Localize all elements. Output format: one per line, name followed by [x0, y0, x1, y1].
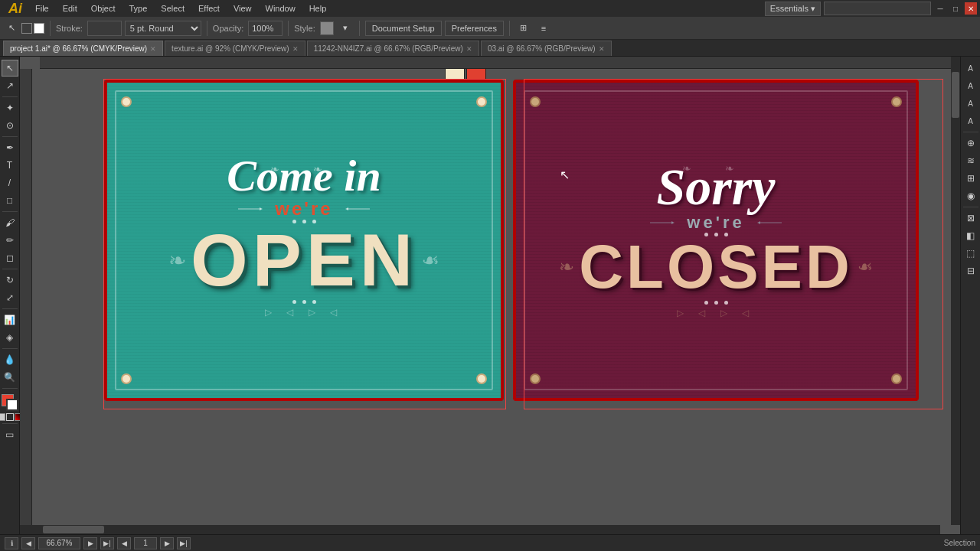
eyedropper-tool[interactable]: 💧: [2, 351, 18, 368]
selection-tool[interactable]: ↖: [2, 60, 18, 77]
workspace-switcher[interactable]: Essentials ▾: [765, 2, 821, 16]
menu-effect[interactable]: Effect: [192, 2, 226, 15]
maximize-button[interactable]: □: [949, 2, 962, 15]
tool-sep-2: [2, 136, 18, 137]
graph-tool[interactable]: 📊: [2, 311, 18, 328]
status-page-next-btn[interactable]: ▶: [83, 537, 97, 549]
h-scrollbar[interactable]: [20, 525, 940, 534]
tool-sep-6: [2, 348, 18, 349]
right-panel-btn-9[interactable]: ⊠: [962, 210, 979, 227]
right-panel-btn-8[interactable]: ◉: [962, 187, 979, 204]
menu-edit[interactable]: Edit: [57, 2, 83, 15]
v-scroll-thumb[interactable]: [952, 72, 959, 118]
page-play-btn[interactable]: ▶: [160, 537, 174, 549]
sep-2: [207, 21, 207, 36]
arrange-btn[interactable]: ⊞: [515, 20, 532, 37]
page-input[interactable]: [134, 537, 157, 549]
open-corner-tr: [476, 96, 487, 107]
stroke-select[interactable]: 5 pt. Round: [125, 21, 201, 36]
magic-wand-tool[interactable]: ✦: [2, 99, 18, 116]
h-scroll-thumb[interactable]: [43, 526, 104, 533]
paintbrush-tool[interactable]: 🖌: [2, 214, 18, 231]
pen-tool[interactable]: ✒: [2, 139, 18, 156]
style-dropdown[interactable]: ▾: [337, 20, 354, 37]
tool-sep-7: [2, 388, 18, 389]
direct-selection-tool[interactable]: ↗: [2, 77, 18, 94]
status-page-prev-btn[interactable]: ◀: [21, 537, 35, 549]
v-scrollbar[interactable]: [951, 57, 960, 525]
preferences-button[interactable]: Preferences: [445, 21, 504, 36]
tab-1[interactable]: texture.ai @ 92% (CMYK/Preview) ✕: [165, 41, 305, 56]
line-tool[interactable]: /: [2, 174, 18, 191]
right-panel-btn-7[interactable]: ⊞: [962, 170, 979, 187]
minimize-button[interactable]: ─: [934, 2, 946, 15]
menu-view[interactable]: View: [227, 2, 258, 15]
right-panel: A A A A ⊕ ≋ ⊞ ◉ ⊠ ◧ ⬚ ⊟: [960, 57, 980, 534]
closed-corner-tr: [891, 96, 902, 107]
right-sep-2: [963, 207, 978, 207]
menu-object[interactable]: Object: [85, 2, 122, 15]
right-panel-btn-6[interactable]: ≋: [962, 152, 979, 169]
menu-right: Essentials ▾ ─ □ ✕: [765, 2, 977, 16]
tab-3[interactable]: 03.ai @ 66.67% (RGB/Preview) ✕: [481, 41, 612, 56]
document-setup-button[interactable]: Document Setup: [365, 21, 442, 36]
right-panel-btn-4[interactable]: A: [962, 112, 979, 129]
right-panel-btn-1[interactable]: A: [962, 60, 979, 77]
menu-bar: Ai File Edit Object Type Select Effect V…: [0, 0, 980, 17]
status-page-end-btn[interactable]: ▶|: [100, 537, 114, 549]
select-tool-btn[interactable]: ↖: [3, 20, 20, 37]
normal-mode-btn[interactable]: [0, 413, 5, 421]
toolbar: ↖ Stroke: 5 pt. Round Opacity: Style: ▾ …: [0, 17, 980, 40]
fill-swatch[interactable]: [21, 23, 32, 34]
screen-mode-btn[interactable]: ▭: [2, 426, 18, 443]
style-swatch[interactable]: [320, 21, 334, 35]
come-in-text: Come in: [227, 154, 381, 198]
eraser-tool[interactable]: ◻: [2, 249, 18, 266]
right-panel-btn-5[interactable]: ⊕: [962, 135, 979, 152]
lasso-tool[interactable]: ⊙: [2, 117, 18, 134]
svg-marker-5: [671, 221, 675, 224]
blend-tool[interactable]: ◈: [2, 329, 18, 346]
fill-stroke-widget[interactable]: [2, 394, 18, 411]
menu-select[interactable]: Select: [155, 2, 191, 15]
status-info-btn[interactable]: ℹ: [5, 537, 18, 549]
zoom-input[interactable]: [38, 537, 80, 549]
right-panel-btn-2[interactable]: A: [962, 77, 979, 94]
menu-type[interactable]: Type: [123, 2, 154, 15]
rotate-tool[interactable]: ↻: [2, 272, 18, 289]
close-button[interactable]: ✕: [965, 2, 977, 15]
menu-file[interactable]: File: [29, 2, 55, 15]
search-input[interactable]: [824, 2, 931, 15]
were-label-closed: we're: [687, 213, 744, 233]
gradient-mode-btn[interactable]: [6, 413, 14, 421]
right-panel-btn-3[interactable]: A: [962, 95, 979, 112]
align-btn[interactable]: ≡: [535, 20, 552, 37]
rect-tool[interactable]: □: [2, 192, 18, 209]
scale-tool[interactable]: ⤢: [2, 289, 18, 306]
canvas-area[interactable]: ↖ ❧ ❧ Come in we're: [20, 57, 960, 534]
zoom-tool[interactable]: 🔍: [2, 369, 18, 386]
tool-sep-5: [2, 308, 18, 309]
tab-3-close[interactable]: ✕: [599, 45, 605, 53]
closed-divider-right-icon: [751, 218, 782, 227]
tab-0-close[interactable]: ✕: [150, 45, 156, 53]
opacity-input[interactable]: [248, 21, 283, 36]
page-next-btn[interactable]: ▶|: [177, 537, 191, 549]
right-panel-btn-10[interactable]: ◧: [962, 227, 979, 244]
menu-help[interactable]: Help: [303, 2, 333, 15]
right-panel-btn-11[interactable]: ⬚: [962, 245, 979, 262]
type-tool[interactable]: T: [2, 157, 18, 174]
page-prev-btn[interactable]: ◀: [117, 537, 131, 549]
status-mode-label: Selection: [944, 539, 975, 547]
stroke-input[interactable]: [87, 21, 122, 36]
tab-1-close[interactable]: ✕: [292, 45, 299, 53]
right-panel-btn-12[interactable]: ⊟: [962, 262, 979, 279]
tab-2[interactable]: 11242-NN4IZ7.ai @ 66.67% (RGB/Preview) ✕: [307, 41, 479, 56]
tab-0[interactable]: project 1.ai* @ 66.67% (CMYK/Preview) ✕: [3, 41, 163, 56]
menu-window[interactable]: Window: [260, 2, 302, 15]
pencil-tool[interactable]: ✏: [2, 232, 18, 249]
tab-2-close[interactable]: ✕: [466, 45, 472, 53]
stroke-color-box[interactable]: [6, 399, 18, 411]
stroke-swatch[interactable]: [34, 23, 44, 34]
tab-0-label: project 1.ai* @ 66.67% (CMYK/Preview): [10, 44, 147, 53]
